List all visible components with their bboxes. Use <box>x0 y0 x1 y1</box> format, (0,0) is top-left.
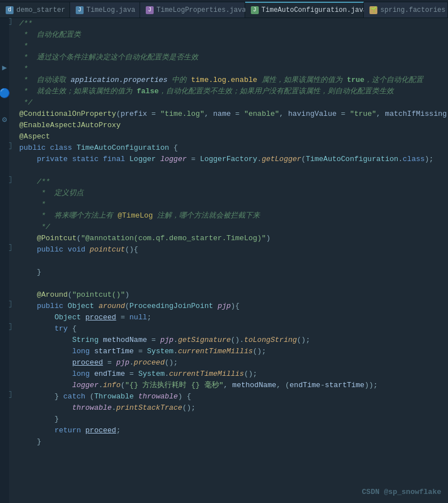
tab-icon-factories: 🌱 <box>369 6 377 14</box>
line-36: } <box>0 414 448 425</box>
tab-label-factories: spring.factories <box>380 6 445 14</box>
code-line-15: /** <box>16 176 448 188</box>
code-line-11: @Aspect <box>16 131 448 142</box>
code-line-33: logger.info("{} 方法执行耗时 {} 毫秒", methodNam… <box>16 380 448 391</box>
code-line-5: * <box>16 63 448 75</box>
code-line-27: Object proceed = null; <box>16 312 448 323</box>
code-line-31: proceed = pjp.proceed(); <box>16 357 448 368</box>
editor-area[interactable]: − /** * 自动化配置类 * * 通过这个条件注解决定这个自动化配置类是否生… <box>0 18 448 503</box>
line-4: * 通过这个条件注解决定这个自动化配置类是否生效 <box>0 52 448 63</box>
sidebar-icon-2[interactable]: 🔵 <box>0 88 10 98</box>
line-2: * 自动化配置类 <box>0 29 448 41</box>
code-line-35: throwable.printStackTrace(); <box>16 402 448 414</box>
line-7: * 就会生效；如果该属性的值为 false，自动化配置类不生效；如果用户没有配置… <box>0 86 448 97</box>
code-line-3: * <box>16 41 448 52</box>
line-25: @Around("pointcut()") <box>0 289 448 301</box>
line-37: return proceed; <box>0 425 448 436</box>
line-21: − public void pointcut(){ <box>0 244 448 255</box>
tab-icon-autoconfig: J <box>251 6 259 14</box>
code-line-23: } <box>16 267 448 278</box>
line-1: − /** <box>0 18 448 29</box>
line-27: Object proceed = null; <box>0 312 448 323</box>
code-line-17: * <box>16 199 448 210</box>
line-19: */ <box>0 222 448 233</box>
code-line-28: try { <box>16 323 448 335</box>
code-line-24 <box>16 278 448 289</box>
code-line-22 <box>16 255 448 267</box>
code-line-14 <box>16 165 448 176</box>
code-line-29: String methodName = pjp.getSignature().t… <box>16 335 448 346</box>
tab-label-starter: demo_starter <box>16 6 65 14</box>
line-16: * 定义切点 <box>0 188 448 199</box>
line-28: − try { <box>0 323 448 335</box>
code-line-9: @ConditionalOnProperty(prefix = "time.lo… <box>16 109 448 120</box>
line-33: logger.info("{} 方法执行耗时 {} 毫秒", methodNam… <box>0 380 448 391</box>
tab-timelogprops[interactable]: J TimeLogProperties.java ✕ <box>140 2 245 18</box>
line-26: − public Object around(ProceedingJoinPoi… <box>0 301 448 312</box>
code-line-25: @Around("pointcut()") <box>16 289 448 301</box>
code-line-32: long endTime = System.currentTimeMillis(… <box>16 368 448 380</box>
code-line-4: * 通过这个条件注解决定这个自动化配置类是否生效 <box>16 52 448 63</box>
tab-timeauto[interactable]: J TimeAutoConfiguration.java ✕ <box>245 2 364 18</box>
line-30: long startTime = System.currentTimeMilli… <box>0 346 448 357</box>
code-line-2: * 自动化配置类 <box>16 29 448 41</box>
code-line-8: */ <box>16 97 448 109</box>
tab-factories[interactable]: 🌱 spring.factories ✕ <box>364 2 448 18</box>
watermark: CSDN @sp_snowflake <box>362 488 441 496</box>
code-line-1: /** <box>16 18 448 29</box>
line-23: } <box>0 267 448 278</box>
code-line-19: */ <box>16 222 448 233</box>
tab-label-props: TimeLogProperties.java <box>156 6 246 14</box>
code-line-37: return proceed; <box>16 425 448 436</box>
line-8: */ <box>0 97 448 109</box>
line-6: * 自动读取 application.properties 中的 time.lo… <box>0 75 448 86</box>
code-line-26: public Object around(ProceedingJoinPoint… <box>16 301 448 312</box>
line-11: @Aspect <box>0 131 448 142</box>
code-line-36: } <box>16 414 448 425</box>
line-22 <box>0 255 448 267</box>
code-line-30: long startTime = System.currentTimeMilli… <box>16 346 448 357</box>
tab-label-autoconfig: TimeAutoConfiguration.java <box>262 6 367 14</box>
line-18: * 将来哪个方法上有 @TimeLog 注解，哪个方法就会被拦截下来 <box>0 210 448 222</box>
sidebar-icon-3[interactable]: ⚙ <box>1 115 8 123</box>
line-31: proceed = pjp.proceed(); <box>0 357 448 368</box>
tab-timelog[interactable]: J TimeLog.java ✕ <box>70 2 140 18</box>
tab-bar: d demo_starter ✕ J TimeLog.java ✕ J Time… <box>0 0 448 18</box>
line-17: * <box>0 199 448 210</box>
code-line-10: @EnableAspectJAutoProxy <box>16 120 448 131</box>
line-20: @Pointcut("@annotation(com.qf.demo_start… <box>0 233 448 244</box>
line-15: − /** <box>0 176 448 188</box>
code-line-20: @Pointcut("@annotation(com.qf.demo_start… <box>16 233 448 244</box>
code-line-18: * 将来哪个方法上有 @TimeLog 注解，哪个方法就会被拦截下来 <box>16 210 448 222</box>
line-9: @ConditionalOnProperty(prefix = "time.lo… <box>0 109 448 120</box>
tab-starter[interactable]: d demo_starter ✕ <box>0 2 70 18</box>
code-line-16: * 定义切点 <box>16 188 448 199</box>
line-35: throwable.printStackTrace(); <box>0 402 448 414</box>
code-line-38: } <box>16 436 448 448</box>
line-12: − public class TimeAutoConfiguration { <box>0 142 448 154</box>
line-38: } <box>0 436 448 448</box>
code-line-7: * 就会生效；如果该属性的值为 false，自动化配置类不生效；如果用户没有配置… <box>16 86 448 97</box>
line-24 <box>0 278 448 289</box>
tab-label-timelog: TimeLog.java <box>86 6 135 14</box>
code-line-21: public void pointcut(){ <box>16 244 448 255</box>
code-area: − /** * 自动化配置类 * * 通过这个条件注解决定这个自动化配置类是否生… <box>0 18 448 448</box>
line-14 <box>0 165 448 176</box>
code-line-34: } catch (Throwable throwable) { <box>16 391 448 402</box>
line-10: @EnableAspectJAutoProxy <box>0 120 448 131</box>
tab-icon-starter: d <box>6 6 14 14</box>
code-line-12: public class TimeAutoConfiguration { <box>16 142 448 154</box>
line-29: String methodName = pjp.getSignature().t… <box>0 335 448 346</box>
line-3: * <box>0 41 448 52</box>
tab-icon-timelog: J <box>76 6 84 14</box>
line-13: private static final Logger logger = Log… <box>0 154 448 165</box>
sidebar-icon-1[interactable]: ▶ <box>1 63 8 71</box>
tab-icon-props: J <box>146 6 154 14</box>
code-line-13: private static final Logger logger = Log… <box>16 154 448 165</box>
line-32: long endTime = System.currentTimeMillis(… <box>0 368 448 380</box>
code-line-6: * 自动读取 application.properties 中的 time.lo… <box>16 75 448 86</box>
left-sidebar: ▶ 🔵 ⚙ <box>0 18 9 503</box>
line-5: * <box>0 63 448 75</box>
line-34: − } catch (Throwable throwable) { <box>0 391 448 402</box>
